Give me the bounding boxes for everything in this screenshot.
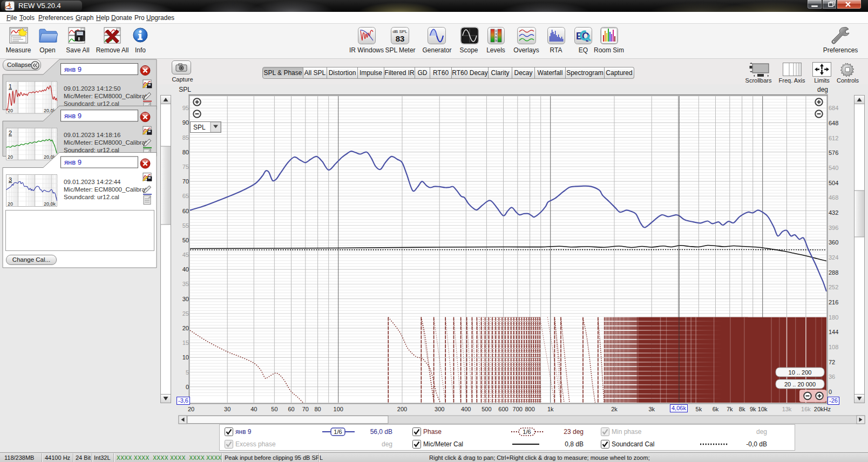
svg-text:288: 288 <box>829 269 838 276</box>
svg-text:180: 180 <box>829 314 838 321</box>
svg-text:2k: 2k <box>611 406 618 412</box>
svg-text:13k: 13k <box>782 406 792 412</box>
svg-text:504: 504 <box>829 180 838 186</box>
svg-text:40: 40 <box>182 266 189 273</box>
svg-text:400: 400 <box>461 406 471 412</box>
svg-text:5: 5 <box>186 369 189 376</box>
svg-text:95: 95 <box>182 105 189 111</box>
svg-text:10k: 10k <box>758 406 768 412</box>
svg-text:20: 20 <box>188 406 194 412</box>
svg-text:65: 65 <box>182 193 189 199</box>
svg-text:648: 648 <box>829 120 838 126</box>
svg-text:70: 70 <box>302 406 309 412</box>
svg-text:80: 80 <box>182 149 189 155</box>
svg-text:0: 0 <box>829 389 832 395</box>
svg-text:216: 216 <box>829 299 838 305</box>
svg-text:800: 800 <box>525 406 534 412</box>
svg-text:60: 60 <box>182 208 189 214</box>
svg-text:SPL: SPL <box>193 124 206 131</box>
svg-text:540: 540 <box>829 165 838 171</box>
svg-text:6k: 6k <box>713 406 719 412</box>
svg-text:20 .. 20 000: 20 .. 20 000 <box>784 381 816 388</box>
svg-text:30: 30 <box>224 406 230 412</box>
svg-text:70: 70 <box>182 178 189 185</box>
svg-text:1/6: 1/6 <box>523 429 531 435</box>
svg-text:432: 432 <box>829 209 838 216</box>
svg-text:3k: 3k <box>648 406 655 412</box>
svg-text:684: 684 <box>829 105 838 111</box>
svg-text:300: 300 <box>435 406 444 412</box>
svg-text:20kHz: 20kHz <box>814 406 831 412</box>
svg-text:700: 700 <box>513 406 523 412</box>
svg-text:35: 35 <box>182 281 189 287</box>
svg-text:252: 252 <box>829 284 838 290</box>
svg-text:360: 360 <box>829 239 838 246</box>
svg-text:30: 30 <box>182 296 189 302</box>
svg-text:144: 144 <box>829 329 838 335</box>
svg-text:85: 85 <box>182 134 189 141</box>
svg-text:80: 80 <box>314 406 321 412</box>
svg-text:7k: 7k <box>727 406 733 412</box>
svg-text:600: 600 <box>498 406 508 412</box>
svg-text:40: 40 <box>250 406 257 412</box>
svg-text:90: 90 <box>182 119 189 126</box>
svg-text:16k: 16k <box>801 406 811 412</box>
svg-text:500: 500 <box>482 406 491 412</box>
svg-text:50: 50 <box>271 406 277 412</box>
svg-text:36: 36 <box>829 373 835 380</box>
svg-text:50: 50 <box>182 237 189 243</box>
svg-text:200: 200 <box>397 406 407 412</box>
svg-text:324: 324 <box>829 254 838 261</box>
svg-text:72: 72 <box>829 359 835 365</box>
svg-text:45: 45 <box>182 252 189 258</box>
svg-text:468: 468 <box>829 194 838 201</box>
svg-text:8k: 8k <box>739 406 745 412</box>
svg-text:576: 576 <box>829 150 838 156</box>
svg-text:108: 108 <box>829 344 838 350</box>
svg-text:9k: 9k <box>750 406 756 412</box>
svg-text:1k: 1k <box>547 406 554 412</box>
svg-text:0: 0 <box>186 384 189 390</box>
svg-text:10: 10 <box>182 354 189 361</box>
svg-text:100: 100 <box>334 406 343 412</box>
svg-text:60: 60 <box>288 406 294 412</box>
svg-text:55: 55 <box>182 222 189 229</box>
svg-text:20: 20 <box>182 325 189 331</box>
svg-text:75: 75 <box>182 164 189 170</box>
svg-text:25: 25 <box>182 310 189 317</box>
svg-text:15: 15 <box>182 339 189 346</box>
svg-text:1/6: 1/6 <box>334 429 342 435</box>
svg-text:10 .. 200: 10 .. 200 <box>789 369 812 376</box>
svg-text:612: 612 <box>829 135 838 141</box>
svg-text:396: 396 <box>829 225 838 231</box>
svg-text:5k: 5k <box>696 406 702 412</box>
